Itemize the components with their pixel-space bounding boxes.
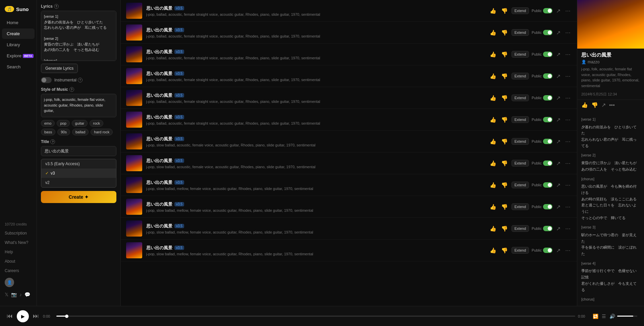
share-icon[interactable]: ↗ — [555, 116, 561, 124]
style-help-icon[interactable]: ? — [69, 87, 74, 92]
dislike-button[interactable]: 👎 — [500, 159, 509, 168]
like-button[interactable]: 👍 — [489, 7, 497, 15]
instrumental-toggle[interactable] — [41, 77, 52, 83]
volume-bar[interactable] — [617, 316, 637, 317]
song-row[interactable]: 思い出の風景 v3.5 j-pop, ballad, acoustic, fem… — [121, 44, 577, 65]
prev-button[interactable]: ⏮ — [7, 313, 13, 320]
extend-button[interactable]: Extend — [512, 160, 529, 167]
more-icon[interactable]: ⋯ — [564, 203, 572, 211]
public-toggle[interactable] — [543, 95, 552, 101]
public-toggle[interactable] — [543, 52, 552, 57]
public-toggle[interactable] — [543, 204, 552, 209]
public-toggle[interactable] — [543, 139, 552, 144]
style-textarea[interactable]: j-pop, folk, acoustic, female flat voice… — [41, 94, 116, 117]
dislike-button[interactable]: 👎 — [500, 94, 509, 102]
share-icon[interactable]: ↗ — [555, 203, 561, 211]
more-icon[interactable]: ⋯ — [564, 137, 572, 146]
extend-button[interactable]: Extend — [512, 138, 529, 145]
public-toggle[interactable] — [543, 117, 552, 122]
share-icon[interactable]: ↗ — [555, 94, 561, 102]
version-option-v35[interactable]: v3.5 (Early Access) — [41, 159, 116, 169]
extend-button[interactable]: Extend — [512, 7, 529, 14]
more-icon[interactable]: ⋯ — [564, 7, 572, 15]
more-icon[interactable]: ⋯ — [564, 116, 572, 124]
song-row[interactable]: 思い出の風景 v3.5 j-pop, ballad, acoustic, fem… — [121, 0, 577, 22]
extend-button[interactable]: Extend — [512, 29, 529, 36]
discord-icon[interactable]: 💬 — [24, 292, 30, 297]
share-icon[interactable]: ↗ — [555, 7, 561, 15]
queue-icon[interactable]: ☰ — [602, 314, 606, 319]
song-row[interactable]: 思い出の風景 v3.5 j-pop, slow ballad, mellow, … — [121, 174, 577, 196]
dislike-button[interactable]: 👎 — [500, 50, 509, 59]
song-row[interactable]: 思い出の風景 v3.5 j-pop, slow ballad, mellow, … — [121, 196, 577, 218]
dislike-button[interactable]: 👎 — [500, 203, 509, 211]
dislike-button[interactable]: 👎 — [500, 246, 509, 255]
tag-ballad[interactable]: ballad — [72, 129, 89, 135]
public-toggle[interactable] — [543, 73, 552, 79]
song-row[interactable]: 思い出の風景 v3.5 j-pop, slow ballad, acoustic… — [121, 131, 577, 152]
tag-bass[interactable]: bass — [41, 129, 55, 135]
progress-bar[interactable] — [56, 316, 575, 317]
dislike-button[interactable]: 👎 — [500, 181, 509, 189]
like-button[interactable]: 👍 — [489, 94, 497, 102]
song-row[interactable]: 思い出の風景 v3.5 j-pop, slow ballad, mellow, … — [121, 240, 577, 261]
sidebar-item-create[interactable]: Create — [2, 28, 35, 39]
sidebar-item-explore[interactable]: Explore BETA — [2, 51, 35, 61]
lyrics-help-icon[interactable]: ? — [54, 4, 59, 9]
public-toggle[interactable] — [543, 248, 552, 253]
sidebar-item-help[interactable]: Help — [0, 248, 37, 256]
tag-rock[interactable]: rock — [90, 120, 103, 127]
like-button[interactable]: 👍 — [489, 159, 497, 168]
public-toggle[interactable] — [543, 30, 552, 35]
dislike-button[interactable]: 👎 — [500, 72, 509, 80]
share-icon[interactable]: ↗ — [555, 181, 561, 189]
extend-button[interactable]: Extend — [512, 247, 529, 254]
like-button[interactable]: 👍 — [489, 72, 497, 80]
public-toggle[interactable] — [543, 160, 552, 166]
play-button[interactable]: ▶ — [17, 310, 29, 322]
instagram-icon[interactable]: 📷 — [11, 292, 17, 297]
like-button[interactable]: 👍 — [489, 224, 497, 233]
like-button[interactable]: 👍 — [489, 181, 497, 189]
extend-button[interactable]: Extend — [512, 51, 529, 58]
share-icon[interactable]: ↗ — [555, 137, 561, 146]
sidebar-item-about[interactable]: About — [0, 257, 37, 266]
version-option-v2[interactable]: v2 — [41, 178, 116, 187]
dislike-button[interactable]: 👎 — [500, 137, 509, 146]
tag-pop[interactable]: pop — [57, 120, 69, 127]
subscription-link[interactable]: Subscription — [0, 229, 37, 238]
dislike-button[interactable]: 👎 — [500, 224, 509, 233]
version-option-v3[interactable]: ✓ v3 — [41, 169, 116, 178]
like-icon[interactable]: 👍 — [581, 102, 588, 108]
dislike-icon[interactable]: 👎 — [591, 102, 598, 108]
dislike-button[interactable]: 👎 — [500, 28, 509, 37]
share-icon[interactable]: ↗ — [601, 102, 606, 108]
sidebar-item-library[interactable]: Library — [2, 40, 35, 50]
dislike-button[interactable]: 👎 — [500, 116, 509, 124]
share-icon[interactable]: ↗ — [555, 50, 561, 59]
more-icon[interactable]: ⋯ — [564, 72, 572, 80]
song-row[interactable]: 思い出の風景 v3.5 j-pop, slow ballad, mellow, … — [121, 218, 577, 240]
extend-button[interactable]: Extend — [512, 225, 529, 232]
more-icon[interactable]: ⋯ — [564, 224, 572, 233]
more-icon[interactable]: ••• — [609, 102, 615, 108]
tag-90s[interactable]: 90s — [57, 129, 70, 135]
like-button[interactable]: 👍 — [489, 28, 497, 37]
more-icon[interactable]: ⋯ — [564, 246, 572, 255]
title-input[interactable] — [41, 146, 116, 156]
sidebar-item-careers[interactable]: Careers — [0, 266, 37, 275]
create-button[interactable]: Create ✦ — [41, 191, 116, 203]
avatar[interactable]: 👤 — [5, 278, 14, 287]
song-row[interactable]: 思い出の風景 v3.5 j-pop, ballad, acoustic, fem… — [121, 22, 577, 44]
extend-button[interactable]: Extend — [512, 182, 529, 188]
more-icon[interactable]: ⋯ — [564, 50, 572, 59]
song-row[interactable]: 思い出の風景 v3.5 j-pop, ballad, acoustic, fem… — [121, 65, 577, 87]
public-toggle[interactable] — [543, 8, 552, 13]
song-row[interactable]: 思い出の風景 v3.5 j-pop, slow ballad, acoustic… — [121, 152, 577, 174]
like-button[interactable]: 👍 — [489, 137, 497, 146]
tag-guitar[interactable]: guitar — [72, 120, 88, 127]
like-button[interactable]: 👍 — [489, 203, 497, 211]
lyrics-textarea[interactable]: [verse 1] 夕暮れの街並みを ひとり歩いてた 忘れられない君の声が 耳に… — [41, 11, 116, 61]
like-button[interactable]: 👍 — [489, 50, 497, 59]
song-row[interactable]: 思い出の風景 v3.5 j-pop, ballad, acoustic, fem… — [121, 87, 577, 109]
